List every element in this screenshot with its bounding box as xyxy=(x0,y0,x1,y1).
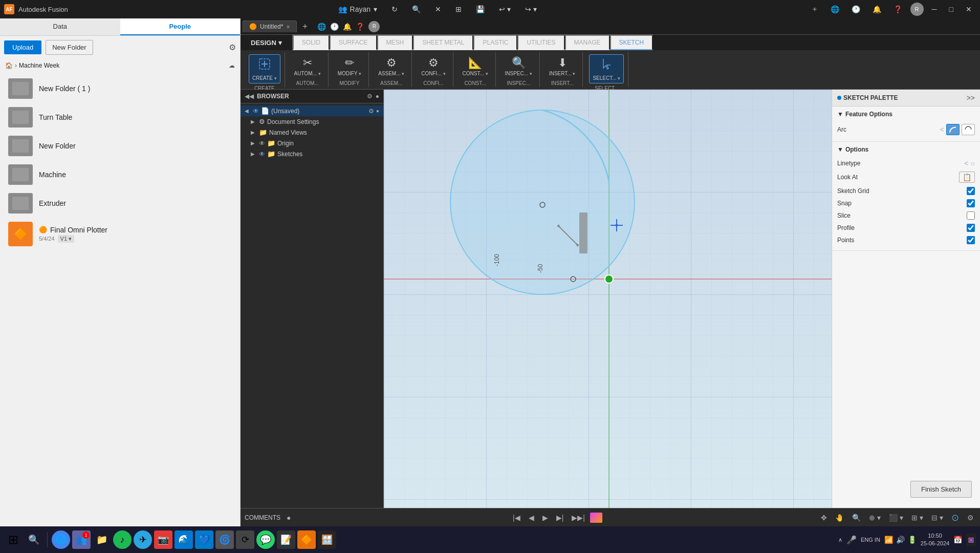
tree-item-sketches[interactable]: ▶ 👁 📁 Sketches xyxy=(241,148,383,159)
eye-icon[interactable]: 👁 xyxy=(253,108,259,115)
taskbar-vscode-icon[interactable]: 💙 xyxy=(195,530,213,549)
maximize-button[interactable]: □ xyxy=(945,3,957,15)
arc-option-1-button[interactable] xyxy=(946,124,960,135)
prev-button[interactable]: ◀ xyxy=(526,513,537,523)
insert-button[interactable]: ⬇ INSERT... ▾ xyxy=(546,54,579,78)
comments-toggle-button[interactable]: ● xyxy=(285,513,293,523)
save-button[interactable]: 💾 xyxy=(472,3,489,15)
avatar-small[interactable]: R xyxy=(368,21,380,32)
minimize-button[interactable]: ─ xyxy=(928,3,941,15)
taskbar-lang[interactable]: ENG IN xyxy=(861,536,880,543)
file-item-version[interactable]: V1 ▾ xyxy=(58,235,75,243)
snap-checkbox[interactable] xyxy=(967,199,975,207)
browser-collapse-button[interactable]: ◀◀ xyxy=(245,93,254,100)
look-at-button[interactable]: 📋 xyxy=(959,172,975,183)
document-tab[interactable]: 🟠 Untitled* ✕ xyxy=(243,20,297,32)
taskbar-edge-icon[interactable]: 🌊 xyxy=(175,530,193,549)
ribbon-tab-utilities[interactable]: UTILITIES xyxy=(517,35,564,50)
ribbon-tab-solid[interactable]: SOLID xyxy=(293,35,330,50)
list-item[interactable]: Turn Table xyxy=(0,103,240,132)
pan-icon[interactable]: 🤚 xyxy=(833,513,846,523)
list-item[interactable]: Machine xyxy=(0,160,240,189)
ribbon-tab-manage[interactable]: MANAGE xyxy=(565,35,610,50)
battery-icon[interactable]: 🔋 xyxy=(908,536,917,544)
next-button[interactable]: ▶| xyxy=(553,513,567,523)
tree-item-document-settings[interactable]: ▶ ⚙ Document Settings xyxy=(241,116,383,127)
new-folder-button[interactable]: New Folder xyxy=(46,40,93,55)
user-button[interactable]: 👥 Rayan ▾ xyxy=(334,3,381,15)
options-header[interactable]: ▼ Options xyxy=(837,146,975,153)
const-button[interactable]: 📐 CONST... ▾ xyxy=(460,54,491,78)
refresh-button[interactable]: ↻ xyxy=(387,3,402,15)
grid-button[interactable]: ⊞ xyxy=(451,3,466,15)
browser-settings-icon[interactable]: ⚙ xyxy=(367,93,373,100)
skip-back-button[interactable]: |◀ xyxy=(510,513,524,523)
slice-checkbox[interactable] xyxy=(967,211,975,220)
taskbar-search-icon[interactable]: 🔍 xyxy=(25,530,43,549)
list-item[interactable]: 🔶 🟠 Final Omni Plotter 5/4/24 V1 ▾ xyxy=(0,218,240,250)
zoom-icon[interactable]: ⊕ ▾ xyxy=(867,513,883,523)
layout-icon[interactable]: ⊟ ▾ xyxy=(929,513,945,523)
ribbon-tab-surface[interactable]: SURFACE xyxy=(330,35,377,50)
globe-button[interactable]: 🌐 xyxy=(826,3,843,15)
feature-options-header[interactable]: ▼ Feature Options xyxy=(837,111,975,118)
new-tab-button[interactable]: ＋ xyxy=(297,21,313,32)
history-icon[interactable]: 🕐 xyxy=(330,23,339,31)
redo-button[interactable]: ↪ ▾ xyxy=(521,3,541,15)
arc-option-2-button[interactable] xyxy=(962,124,975,135)
expand-icon[interactable]: ▶ xyxy=(251,151,257,157)
design-button[interactable]: DESIGN ▾ xyxy=(245,35,288,50)
assem-button[interactable]: ⚙ ASSEM... ▾ xyxy=(375,54,407,78)
expand-icon[interactable]: ▶ xyxy=(251,119,257,124)
inspec-button[interactable]: 🔍 INSPEC... ▾ xyxy=(502,54,535,78)
list-item[interactable]: Extruder xyxy=(0,189,240,218)
taskbar-explorer-icon[interactable]: 📁 xyxy=(93,530,111,549)
taskbar-microsoft-icon[interactable]: 🪟 xyxy=(318,530,336,549)
taskbar-whatsapp-icon[interactable]: 💬 xyxy=(256,530,275,549)
windows-start-button[interactable]: ⊞ xyxy=(4,530,23,549)
taskbar-fusion-icon[interactable]: 🔶 xyxy=(297,530,316,549)
taskbar-teams-icon[interactable]: 👥 1 xyxy=(72,530,91,549)
tab-data[interactable]: Data xyxy=(0,18,120,35)
eye-icon[interactable]: 👁 xyxy=(259,140,265,147)
eye-icon[interactable]: 👁 xyxy=(259,151,265,158)
autom-button[interactable]: ✂ AUTOM... ▾ xyxy=(291,54,324,78)
taskbar-notes-icon[interactable]: 📝 xyxy=(277,530,295,549)
comments-button[interactable]: COMMENTS xyxy=(245,514,280,521)
taskbar-clock[interactable]: 10:50 25-06-2024 xyxy=(921,532,949,548)
tree-item-origin[interactable]: ▶ 👁 📁 Origin xyxy=(241,138,383,148)
modify-button[interactable]: ✏ MODIFY ▾ xyxy=(335,54,364,78)
sketch-grid-checkbox[interactable] xyxy=(967,187,975,195)
tree-item-named-views[interactable]: ▶ 📁 Named Views xyxy=(241,127,383,138)
taskbar-chrome-icon[interactable]: 🌐 xyxy=(52,530,70,549)
avatar[interactable]: R xyxy=(910,3,924,16)
breadcrumb-home-icon[interactable]: 🏠 xyxy=(5,62,13,69)
taskbar-end-icon[interactable]: ◙ xyxy=(966,534,976,546)
bell-button[interactable]: 🔔 xyxy=(868,3,885,15)
ribbon-tab-sheet-metal[interactable]: SHEET METAL xyxy=(413,35,473,50)
finish-sketch-button[interactable]: Finish Sketch xyxy=(910,481,972,498)
mic-icon[interactable]: 🎤 xyxy=(846,535,857,545)
expand-icon[interactable]: ▶ xyxy=(251,130,257,135)
collapse-icon[interactable]: ◀ xyxy=(245,108,251,114)
taskbar-app3-icon[interactable]: ⟳ xyxy=(236,530,254,549)
select-button[interactable]: SELECT... ▾ xyxy=(589,54,624,83)
gear-icon[interactable]: ⚙ xyxy=(368,108,374,115)
taskbar-telegram-icon[interactable]: ✈ xyxy=(134,530,152,549)
volume-icon[interactable]: 🔊 xyxy=(896,536,905,544)
profile-checkbox[interactable] xyxy=(967,224,975,232)
confi-button[interactable]: ⚙ CONFI... ▾ xyxy=(418,54,448,78)
help-icon[interactable]: ❓ xyxy=(356,23,364,31)
doc-tab-close-icon[interactable]: ✕ xyxy=(286,24,290,30)
points-checkbox[interactable] xyxy=(967,236,975,244)
close-small-button[interactable]: ✕ xyxy=(431,3,445,15)
notification-center-icon[interactable]: 📅 xyxy=(953,536,962,544)
skip-forward-button[interactable]: ▶▶| xyxy=(569,513,588,523)
tab-people[interactable]: People xyxy=(120,18,241,35)
ribbon-tab-mesh[interactable]: MESH xyxy=(377,35,413,50)
tree-item-unsaved[interactable]: ◀ 👁 📄 (Unsaved) ⚙ ● xyxy=(241,105,383,116)
wifi-icon[interactable]: 📶 xyxy=(884,536,893,544)
new-tab-button[interactable]: ＋ xyxy=(807,3,822,16)
breadcrumb-cloud-icon[interactable]: ☁ xyxy=(229,62,235,69)
list-item[interactable]: New Folder ( 1 ) xyxy=(0,74,240,103)
